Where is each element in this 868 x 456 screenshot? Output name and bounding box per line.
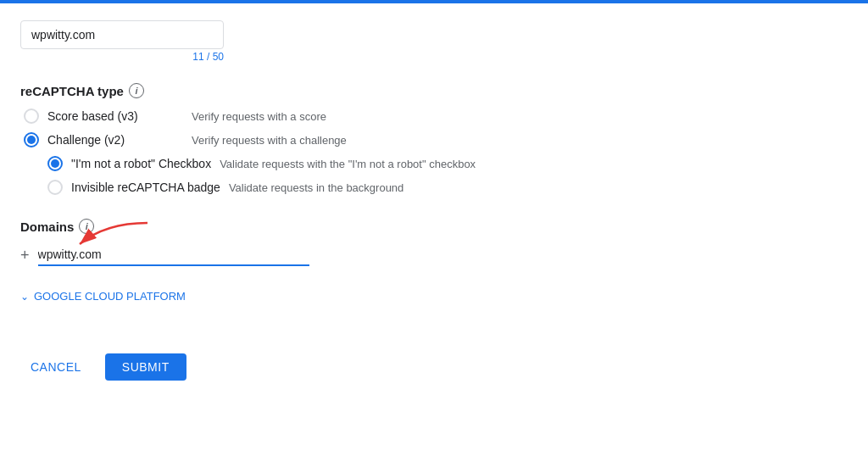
radio-score-label: Score based (v3): [47, 109, 183, 123]
domains-info-icon[interactable]: i: [79, 219, 94, 234]
radio-invisible-desc: Validate requests in the background: [229, 181, 403, 194]
recaptcha-title-text: reCAPTCHA type: [20, 84, 124, 98]
cancel-button[interactable]: CANCEL: [20, 353, 92, 381]
domains-section: Domains i +: [20, 219, 573, 266]
domain-input-row: +: [20, 244, 573, 266]
radio-option-robot[interactable]: "I'm not a robot" Checkbox Validate requ…: [47, 156, 573, 171]
gcp-chevron-icon: ⌄: [20, 291, 29, 303]
label-input-wrapper: 11 / 50: [20, 20, 224, 63]
radio-score-desc: Verify requests with a score: [192, 110, 326, 123]
char-count: 11 / 50: [20, 51, 224, 63]
radio-challenge-circle[interactable]: [24, 132, 39, 147]
radio-score-circle[interactable]: [24, 108, 39, 124]
domain-input[interactable]: [38, 244, 309, 266]
gcp-label: GOOGLE CLOUD PLATFORM: [34, 290, 186, 303]
radio-invisible-circle[interactable]: [47, 180, 63, 195]
recaptcha-options: Score based (v3) Verify requests with a …: [24, 108, 573, 195]
main-container: 11 / 50 reCAPTCHA type i Score based (v3…: [0, 3, 593, 398]
radio-option-invisible[interactable]: Invisible reCAPTCHA badge Validate reque…: [47, 180, 573, 195]
arrow-container: +: [20, 244, 573, 266]
domains-title-text: Domains: [20, 220, 74, 234]
submit-button[interactable]: SUBMIT: [105, 353, 186, 381]
recaptcha-info-icon[interactable]: i: [129, 83, 144, 98]
domains-title: Domains i: [20, 219, 573, 234]
radio-option-challenge[interactable]: Challenge (v2) Verify requests with a ch…: [24, 132, 573, 147]
footer-buttons: CANCEL SUBMIT: [20, 353, 573, 381]
radio-robot-circle[interactable]: [47, 156, 63, 171]
radio-challenge-label: Challenge (v2): [47, 133, 183, 147]
recaptcha-section-title: reCAPTCHA type i: [20, 83, 573, 98]
radio-robot-label: "I'm not a robot" Checkbox: [71, 157, 211, 170]
radio-robot-desc: Validate requests with the "I'm not a ro…: [220, 158, 476, 170]
radio-invisible-label: Invisible reCAPTCHA badge: [71, 181, 220, 194]
add-domain-plus[interactable]: +: [20, 247, 30, 264]
gcp-section[interactable]: ⌄ GOOGLE CLOUD PLATFORM: [20, 290, 573, 303]
radio-challenge-desc: Verify requests with a challenge: [192, 134, 347, 147]
radio-option-score[interactable]: Score based (v3) Verify requests with a …: [24, 108, 573, 124]
label-input[interactable]: [20, 20, 224, 49]
